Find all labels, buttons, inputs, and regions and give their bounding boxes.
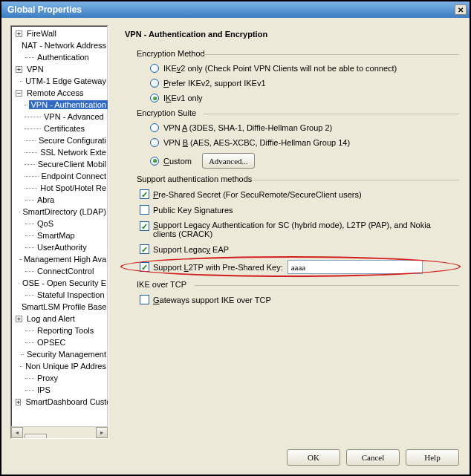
tree-proxy[interactable]: Proxy	[11, 372, 108, 384]
chk-pubkey[interactable]: Public Key Signatures	[140, 205, 455, 215]
radio-label: VPN B (AES, AES-XCBC, Diffie-Hellman Gro…	[163, 138, 350, 147]
tree-scroll[interactable]: +FireWall NAT - Network Address Authenti…	[11, 26, 108, 426]
titlebar: Global Properties ✕	[1, 1, 470, 18]
chk-gateways-ike[interactable]: Gateways support IKE over TCP	[140, 295, 455, 304]
check-label: Support Legacy Authentication for SC (hy…	[153, 221, 450, 238]
tree-opsec[interactable]: OPSEC	[11, 336, 108, 348]
tree-hotspot[interactable]: Hot Spot/Hotel Re	[11, 182, 108, 194]
tree-stateful[interactable]: Stateful Inspection	[11, 289, 108, 301]
expand-icon[interactable]: +	[16, 30, 22, 37]
nav-tree: +FireWall NAT - Network Address Authenti…	[10, 25, 108, 439]
group-support-auth: Support authentication methods	[137, 175, 455, 183]
window-title: Global Properties	[7, 4, 82, 15]
page-title: VPN - Authentication and Encryption	[125, 30, 455, 39]
advanced-button[interactable]: Advanced...	[202, 153, 255, 169]
tree-scmobile[interactable]: SecureClient Mobil	[11, 158, 108, 170]
expand-icon[interactable]: +	[16, 399, 21, 405]
check-label: Support Legacy EAP	[153, 245, 229, 254]
client-area: +FireWall NAT - Network Address Authenti…	[1, 18, 470, 475]
radio-label: VPN A (3DES, SHA-1, Diffie-Hellman Group…	[163, 123, 332, 132]
cancel-button[interactable]: Cancel	[346, 449, 400, 466]
tree-sslnet[interactable]: SSL Network Exte	[11, 146, 108, 158]
scroll-left-icon[interactable]: ◂	[11, 427, 23, 438]
tree-auth[interactable]: Authentication	[11, 51, 108, 63]
dialog-buttons: OK Cancel Help	[1, 443, 470, 475]
radio-icon	[150, 79, 159, 88]
radio-icon	[150, 157, 159, 166]
tree-secconf[interactable]: Secure Configurati	[11, 134, 108, 146]
radio-vpn-a[interactable]: VPN A (3DES, SHA-1, Diffie-Hellman Group…	[150, 123, 455, 132]
tree-ips[interactable]: IPS	[11, 384, 108, 396]
tree-nat[interactable]: NAT - Network Address	[11, 39, 108, 51]
radio-icon	[150, 94, 159, 102]
collapse-icon[interactable]: −	[16, 90, 22, 97]
ok-button[interactable]: OK	[287, 449, 340, 466]
tree-secmgmt[interactable]: Security Management	[11, 348, 108, 360]
chk-preshared[interactable]: Pre-Shared Secret (For SecuRemote/Secure…	[140, 189, 455, 199]
tree-abra[interactable]: Abra	[11, 194, 108, 206]
group-enc-method: Encryption Method	[137, 49, 455, 58]
tree-logalert[interactable]: +Log and Alert	[11, 313, 108, 325]
radio-icon	[150, 64, 159, 73]
tree-smartdir[interactable]: SmartDirectory (LDAP)	[11, 206, 108, 218]
tree-remote[interactable]: −Remote Access	[11, 87, 108, 99]
radio-vpn-b[interactable]: VPN B (AES, AES-XCBC, Diffie-Hellman Gro…	[150, 138, 455, 147]
tree-vpn[interactable]: +VPN	[11, 63, 108, 75]
radio-label: Prefer IKEv2, support IKEv1	[163, 79, 266, 88]
radio-label: IKEv2 only (Check Point VPN Clients will…	[163, 64, 397, 73]
radio-icon	[150, 138, 159, 147]
tree-mgmtha[interactable]: Management High Ava	[11, 253, 108, 265]
radio-label: IKEv1 only	[163, 94, 203, 102]
radio-ikev2only[interactable]: IKEv2 only (Check Point VPN Clients will…	[150, 64, 455, 73]
radio-custom[interactable]: Custom Advanced...	[150, 153, 455, 169]
check-label: Pre-Shared Secret (For SecuRemote/Secure…	[153, 190, 362, 199]
tree-userauth[interactable]: UserAuthority	[11, 241, 108, 253]
radio-icon	[150, 123, 159, 132]
scroll-right-icon[interactable]: ▸	[96, 427, 108, 438]
tree-reporting[interactable]: Reporting Tools	[11, 325, 108, 336]
tree-conncontrol[interactable]: ConnectControl	[11, 265, 108, 277]
tree-utm[interactable]: UTM-1 Edge Gateway	[11, 75, 108, 87]
radio-ikev1only[interactable]: IKEv1 only	[150, 94, 455, 102]
close-button[interactable]: ✕	[455, 4, 467, 15]
expand-icon[interactable]: +	[16, 316, 22, 322]
expand-icon[interactable]: +	[16, 66, 22, 73]
check-label: Public Key Signatures	[153, 206, 233, 215]
chk-l2tp-psk[interactable]: Support L2TP with Pre-Shared Key:	[140, 260, 455, 274]
checkbox-icon	[140, 262, 149, 272]
tree-certs[interactable]: Certificates	[11, 123, 108, 134]
h-scrollbar[interactable]: ◂ ▸	[11, 426, 108, 438]
tree-slsm[interactable]: SmartLSM Profile Base	[11, 301, 108, 313]
help-button[interactable]: Help	[406, 449, 459, 466]
check-label: Gateways support IKE over TCP	[153, 296, 271, 304]
tree-nonunique[interactable]: Non Unique IP Addres	[11, 360, 108, 372]
tree-vpn-adv[interactable]: VPN - Advanced	[11, 111, 108, 123]
tree-qos[interactable]: QoS	[11, 218, 108, 229]
chk-legacy-eap[interactable]: Support Legacy EAP	[140, 244, 455, 254]
tree-sdcusto[interactable]: +SmartDashboard Custo	[11, 396, 108, 408]
settings-page: VPN - Authentication and Encryption Encr…	[116, 25, 461, 439]
tree-smartmap[interactable]: SmartMap	[11, 229, 108, 241]
checkbox-icon	[140, 244, 149, 254]
checkbox-icon	[140, 295, 149, 304]
tree-firewall[interactable]: +FireWall	[11, 27, 108, 39]
radio-label: Custom	[163, 157, 192, 166]
check-label: Support L2TP with Pre-Shared Key:	[153, 263, 283, 272]
tree-vpn-auth[interactable]: VPN - Authentication	[11, 99, 108, 111]
chk-legacy-sc[interactable]: Support Legacy Authentication for SC (hy…	[140, 221, 455, 238]
tree-endpoint[interactable]: Endpoint Connect	[11, 170, 108, 182]
group-enc-suite: Encryption Suite	[137, 108, 455, 117]
checkbox-icon	[140, 189, 149, 199]
checkbox-icon	[140, 221, 149, 231]
group-ike-tcp: IKE over TCP	[137, 280, 455, 289]
l2tp-key-input[interactable]	[288, 260, 423, 274]
scroll-thumb[interactable]	[25, 434, 47, 440]
checkbox-icon	[140, 205, 149, 215]
tree-ose[interactable]: OSE - Open Security E	[11, 277, 108, 289]
radio-prefer-ikev2[interactable]: Prefer IKEv2, support IKEv1	[150, 79, 455, 88]
